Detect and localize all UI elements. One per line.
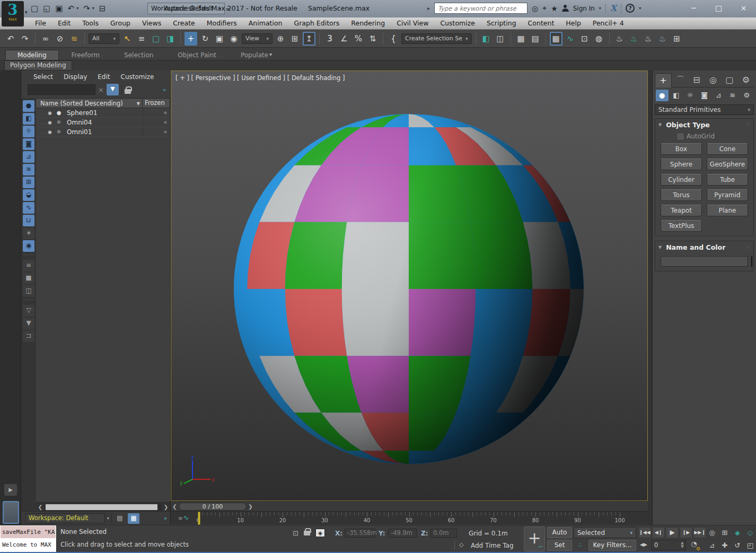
- help-caret-icon[interactable]: ▾: [639, 6, 641, 11]
- render-production-icon[interactable]: ♨: [642, 32, 655, 46]
- track-bar[interactable]: ≡∿ 0102030405060708090100: [171, 511, 648, 524]
- selection-lock-icon[interactable]: [304, 531, 310, 536]
- render-setup-icon[interactable]: ♨: [613, 32, 626, 46]
- goto-start-button[interactable]: ❙◀◀: [638, 527, 651, 538]
- select-and-place-icon[interactable]: ◉: [227, 32, 240, 46]
- angle-snap-icon[interactable]: ∠: [338, 32, 350, 46]
- sign-in-caret-icon[interactable]: ▾: [599, 6, 601, 11]
- minimize-button[interactable]: ─: [681, 0, 706, 17]
- display-invert-icon[interactable]: ◫: [23, 285, 34, 297]
- goto-end-button[interactable]: ▶▶❙: [693, 527, 706, 538]
- dock-expand-icon[interactable]: ▶: [4, 484, 17, 496]
- listener-line-1[interactable]: saveMaxFile "KA: [0, 525, 56, 539]
- explorer-menu-edit[interactable]: Edit: [93, 73, 115, 81]
- object-color-swatch[interactable]: [751, 256, 752, 267]
- visibility-eye-icon[interactable]: ◉: [46, 129, 54, 135]
- key-filters-button[interactable]: Key Filters...: [588, 540, 636, 551]
- cp-tab-hierarchy[interactable]: ⊟: [689, 73, 705, 87]
- menu-content[interactable]: Content: [522, 17, 560, 29]
- rect-selection-region-icon[interactable]: ▢: [150, 32, 162, 46]
- zoom-extents-all-icon[interactable]: ◇: [744, 527, 756, 539]
- app-logo[interactable]: 3 MAX: [2, 1, 24, 27]
- maxscript-mini-listener[interactable]: saveMaxFile "KA Welcome to MAX: [0, 525, 57, 552]
- perspective-viewport[interactable]: [ + ] [ Perspective ] [ User Defined ] […: [171, 71, 648, 501]
- select-and-link-icon[interactable]: ∞: [39, 32, 52, 46]
- select-object-icon[interactable]: ↖: [121, 32, 134, 46]
- zoom-icon[interactable]: ◎: [706, 527, 718, 539]
- prev-frame-button[interactable]: ◀❙: [652, 527, 665, 538]
- a360-gallery-icon[interactable]: ⊞: [671, 32, 683, 46]
- maximize-button[interactable]: □: [706, 0, 731, 17]
- sphere-object[interactable]: [171, 71, 647, 501]
- explorer-workspace-dropdown[interactable]: Workspace: Default: [25, 513, 105, 523]
- cp-tab-modify[interactable]: ⌒: [672, 73, 688, 87]
- btn-pyramid[interactable]: Pyramid: [707, 189, 748, 201]
- field-of-view-icon[interactable]: ⊿: [706, 540, 718, 551]
- menu-views[interactable]: Views: [136, 17, 167, 29]
- pan-icon[interactable]: ✚: [719, 540, 731, 551]
- menu-pencil4[interactable]: Pencil+ 4: [587, 17, 630, 29]
- ribbon-config-icon[interactable]: ▾: [265, 50, 276, 58]
- snap-toggle-3d-icon[interactable]: 3: [323, 32, 336, 46]
- explorer-search-input[interactable]: [28, 84, 95, 95]
- cp-tab-create[interactable]: +: [655, 73, 672, 87]
- layer-stack-icon[interactable]: ▤: [114, 513, 126, 524]
- toggle-bones-icon[interactable]: ∿: [23, 202, 34, 214]
- selection-filter-dropdown[interactable]: All: [89, 33, 119, 44]
- logo-caret-icon[interactable]: ▾: [25, 10, 28, 15]
- rollout-grip-icon[interactable]: ∷: [746, 122, 750, 127]
- align-icon[interactable]: ◫: [494, 32, 507, 46]
- object-name[interactable]: Omni04: [64, 119, 143, 126]
- spinner-arrows-icon[interactable]: ▲▼: [679, 541, 685, 549]
- add-time-tag-button[interactable]: Add Time Tag: [471, 542, 514, 549]
- orbit-icon[interactable]: ↺: [732, 540, 743, 551]
- btn-box[interactable]: Box: [661, 143, 702, 155]
- time-back-icon[interactable]: ❮: [171, 504, 179, 510]
- redo-icon[interactable]: ↷: [19, 32, 31, 46]
- prev-next-key-icon[interactable]: ◀▶: [638, 540, 649, 550]
- menu-tools[interactable]: Tools: [76, 17, 104, 29]
- absolute-mode-icon[interactable]: ◈: [315, 529, 325, 537]
- timeline-ruler[interactable]: 0102030405060708090100: [198, 512, 620, 525]
- named-selection-sets-icon[interactable]: {: [387, 32, 400, 46]
- btn-geosphere[interactable]: GeoSphere: [707, 159, 748, 170]
- menu-help[interactable]: Help: [560, 17, 587, 29]
- percent-snap-icon[interactable]: %: [352, 32, 365, 46]
- toggle-helpers-icon[interactable]: ⊿: [23, 151, 34, 163]
- btn-textplus[interactable]: TextPlus: [661, 220, 702, 232]
- set-key-button[interactable]: Set Key: [547, 540, 572, 551]
- play-button[interactable]: ▶: [666, 527, 679, 538]
- menu-modifiers[interactable]: Modifiers: [201, 17, 243, 29]
- undo-icon[interactable]: ↶: [4, 32, 17, 46]
- toggle-frozen-icon[interactable]: ∗: [23, 227, 34, 239]
- menu-file[interactable]: File: [29, 17, 52, 29]
- ribbon-tab-selection[interactable]: Selection: [112, 50, 165, 60]
- unlink-selection-icon[interactable]: ⊘: [54, 32, 66, 46]
- display-all-icon[interactable]: ■: [23, 273, 34, 284]
- viewport-label[interactable]: [ + ] [ Perspective ] [ User Defined ] […: [175, 74, 345, 82]
- material-editor-icon[interactable]: ◍: [593, 32, 605, 46]
- exchange-apps-icon[interactable]: X: [610, 3, 617, 13]
- use-pivot-center-icon[interactable]: ⊕: [274, 32, 287, 46]
- select-and-rotate-icon[interactable]: ↻: [199, 32, 212, 46]
- scroll-right-icon[interactable]: ❯: [162, 504, 170, 510]
- workspace-overflow-icon[interactable]: »: [164, 515, 167, 521]
- column-name[interactable]: Name (Sorted Descending) ▼: [36, 99, 142, 108]
- maximize-viewport-icon[interactable]: ◰: [744, 540, 756, 551]
- primitive-category-dropdown[interactable]: Standard Primitives ▾: [655, 104, 754, 115]
- user-avatar-icon[interactable]: [562, 5, 569, 12]
- clear-search-icon[interactable]: ×: [98, 86, 104, 94]
- row-omni04[interactable]: … ◉ ☼ Omni04 ∗: [36, 118, 170, 127]
- rollout-collapse-icon[interactable]: ▼: [658, 122, 662, 127]
- filter-config-icon[interactable]: ▽: [23, 305, 34, 317]
- btn-cone[interactable]: Cone: [707, 143, 748, 155]
- cat-spacewarps-icon[interactable]: ≋: [726, 90, 739, 101]
- open-file-icon[interactable]: ◱: [43, 3, 50, 14]
- ref-coordsys-dropdown[interactable]: View: [242, 33, 272, 44]
- toggle-cameras-icon[interactable]: ◙: [23, 138, 34, 150]
- explorer-filter-icon[interactable]: ▼: [107, 84, 119, 95]
- rendered-frame-window-icon[interactable]: ♨: [628, 32, 640, 46]
- search-collapse-icon[interactable]: ▸: [427, 5, 430, 11]
- explorer-overflow-icon[interactable]: »: [163, 87, 166, 93]
- scene-explorer-toggle-icon[interactable]: ▦: [515, 32, 528, 46]
